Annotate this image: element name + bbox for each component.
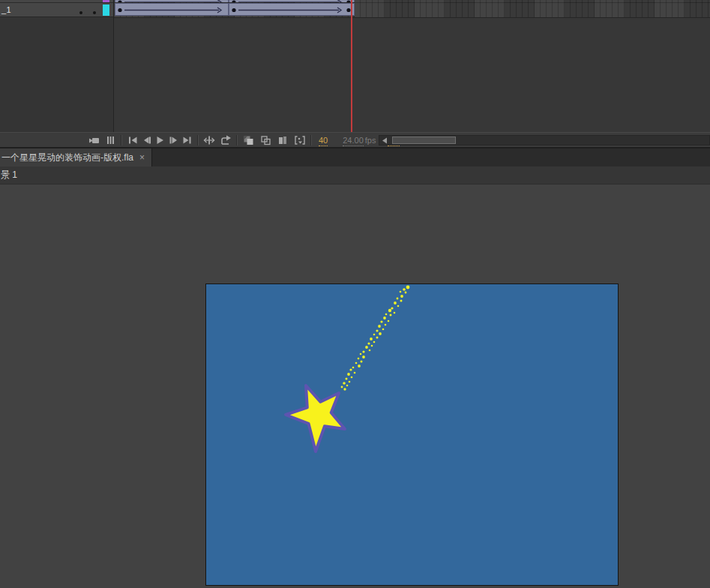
layer-depth-icon[interactable] [103, 134, 117, 146]
onion-skin-outlines-icon[interactable] [259, 134, 272, 146]
edit-bar: 景 1 [0, 166, 710, 184]
frame-rate-value[interactable]: 24.00 [343, 136, 364, 146]
stage-artwork [206, 284, 618, 585]
go-to-last-frame-button[interactable] [180, 134, 193, 146]
scene-label: 景 1 [1, 169, 17, 182]
layer-color-swatch-purple[interactable] [103, 0, 109, 2]
close-icon[interactable]: × [139, 152, 145, 163]
center-frame-button[interactable] [202, 134, 216, 146]
go-to-first-frame-button[interactable] [126, 134, 139, 146]
tween-span-1[interactable] [115, 3, 229, 16]
trail-dots [341, 286, 410, 391]
tween-arrow-icon [229, 4, 354, 16]
play-button[interactable] [153, 134, 166, 146]
document-tab[interactable]: 一个星星晃动的装饰动画-版权.fla × [0, 148, 152, 166]
add-camera-icon[interactable] [87, 134, 100, 146]
divider [310, 135, 312, 146]
upper-layer-frames[interactable] [114, 0, 710, 2]
star-shape[interactable] [286, 386, 345, 452]
document-tab-title: 一个星星晃动的装饰动画-版权.fla [1, 152, 133, 164]
layer-visibility-dot-icon[interactable] [79, 11, 82, 14]
frame-rate-field[interactable]: 24.00fps [343, 136, 376, 145]
step-forward-button[interactable] [166, 134, 180, 146]
current-frame-value[interactable]: 40 [319, 136, 328, 146]
timeline-frames-background[interactable] [114, 0, 710, 132]
loop-button[interactable] [219, 134, 232, 146]
timeline-horizontal-scrollbar[interactable] [379, 135, 710, 146]
timeline-layer-panel: _1 [0, 0, 114, 132]
edit-multiple-frames-icon[interactable] [276, 134, 289, 146]
layer-row[interactable]: _1 [0, 3, 113, 17]
tween-span[interactable] [229, 0, 355, 2]
layer-lock-dot-icon[interactable] [93, 11, 96, 14]
divider [236, 135, 238, 146]
modify-markers-icon[interactable] [293, 134, 307, 146]
tween-arrow-icon [229, 0, 354, 2]
layer-frames[interactable] [114, 3, 710, 16]
scrollbar-thumb[interactable] [392, 136, 456, 144]
tween-arrow-icon [115, 0, 228, 2]
playhead[interactable] [351, 0, 352, 132]
frame-rate-unit: fps [365, 136, 376, 145]
onion-skin-icon[interactable] [241, 134, 255, 146]
layer-name[interactable]: _1 [1, 5, 11, 14]
layer-color-swatch-cyan[interactable] [103, 4, 109, 16]
divider [121, 135, 122, 146]
step-back-button[interactable] [139, 134, 153, 146]
stage-canvas[interactable] [205, 284, 619, 586]
timeline-controls-bar: 40 24.00fps 1.6s [0, 132, 710, 147]
tween-span[interactable] [115, 0, 229, 2]
current-frame-field[interactable]: 40 [319, 136, 328, 145]
document-tab-bar: 一个星星晃动的装饰动画-版权.fla × [0, 148, 710, 166]
scroll-left-arrow-icon[interactable] [379, 136, 390, 145]
tween-arrow-icon [115, 4, 228, 16]
tween-span-2[interactable] [229, 3, 355, 16]
divider [197, 135, 199, 146]
pasteboard [0, 184, 710, 588]
animate-window: _1 [0, 0, 710, 588]
